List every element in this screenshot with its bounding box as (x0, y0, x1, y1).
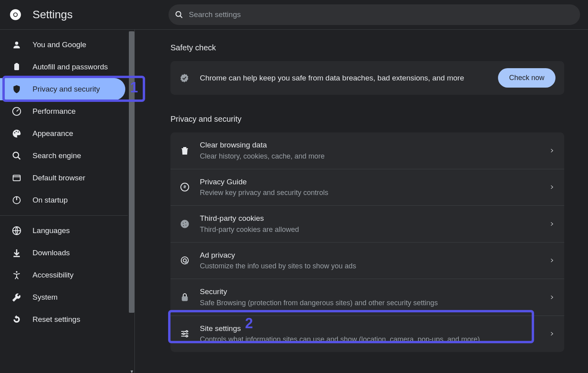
scrollbar-thumb[interactable] (129, 31, 134, 313)
sidebar-item-label: Default browser (33, 174, 85, 182)
row-texts: Third-party cookies Third-party cookies … (200, 213, 549, 235)
safety-check-card: Chrome can help keep you safe from data … (170, 61, 564, 95)
power-icon (12, 195, 21, 205)
chevron-right-icon (549, 295, 555, 300)
ad-click-icon (180, 256, 190, 265)
sidebar-item-label: Autofill and passwords (33, 63, 108, 71)
page-title: Settings (33, 8, 73, 21)
shield-icon (12, 84, 21, 94)
sidebar-item-you-and-google[interactable]: You and Google (0, 34, 125, 56)
row-subtitle: Clear history, cookies, cache, and more (200, 151, 549, 162)
chrome-logo-icon (10, 9, 21, 21)
row-privacy-guide[interactable]: Privacy Guide Review key privacy and sec… (170, 169, 564, 206)
sidebar-item-label: Reset settings (33, 315, 80, 324)
reset-icon (12, 315, 21, 324)
sidebar-item-label: Downloads (33, 249, 70, 257)
chevron-right-icon (549, 331, 555, 337)
sidebar-scroll[interactable]: You and Google Autofill and passwords Pr… (0, 30, 134, 373)
sidebar-item-on-startup[interactable]: On startup (0, 189, 125, 211)
palette-icon (12, 129, 21, 138)
download-icon (12, 248, 21, 258)
app-header: Settings (0, 0, 588, 30)
chevron-right-icon (549, 258, 555, 263)
sidebar: You and Google Autofill and passwords Pr… (0, 30, 135, 373)
sidebar-item-default-browser[interactable]: Default browser (0, 167, 125, 189)
scrollbar-down-arrow-icon[interactable]: ▼ (130, 369, 134, 373)
search-icon (175, 10, 183, 19)
sidebar-item-label: You and Google (33, 40, 86, 49)
row-texts: Privacy Guide Review key privacy and sec… (200, 176, 549, 199)
chevron-right-icon (549, 184, 555, 190)
main-content: Safety check Chrome can help keep you sa… (135, 30, 588, 373)
privacy-security-card: Clear browsing data Clear history, cooki… (170, 132, 564, 352)
wrench-icon (12, 293, 21, 302)
search-input[interactable] (189, 10, 574, 19)
verified-shield-icon (179, 73, 190, 83)
sidebar-item-label: Appearance (33, 129, 73, 138)
row-title: Ad privacy (200, 250, 549, 261)
cookie-icon (180, 219, 190, 229)
sidebar-item-label: Privacy and security (33, 85, 100, 94)
accessibility-icon (12, 270, 21, 280)
sidebar-item-label: Languages (33, 226, 70, 235)
person-icon (12, 40, 21, 50)
row-ad-privacy[interactable]: Ad privacy Customize the info used by si… (170, 243, 564, 279)
sidebar-item-languages[interactable]: Languages (0, 220, 125, 242)
sidebar-item-autofill[interactable]: Autofill and passwords (0, 56, 125, 78)
sidebar-item-label: Search engine (33, 151, 81, 160)
chevron-right-icon (549, 221, 555, 227)
row-title: Clear browsing data (200, 140, 549, 151)
row-title: Third-party cookies (200, 213, 549, 224)
row-subtitle: Customize the info used by sites to show… (200, 261, 549, 272)
sidebar-item-accessibility[interactable]: Accessibility (0, 264, 125, 286)
safety-check-row: Chrome can help keep you safe from data … (170, 61, 564, 95)
row-subtitle: Safe Browsing (protection from dangerous… (200, 298, 549, 308)
row-third-party-cookies[interactable]: Third-party cookies Third-party cookies … (170, 206, 564, 243)
search-field[interactable] (169, 4, 580, 25)
check-now-button[interactable]: Check now (498, 68, 555, 88)
sidebar-item-reset[interactable]: Reset settings (0, 308, 125, 331)
chevron-right-icon (549, 148, 555, 153)
sidebar-item-system[interactable]: System (0, 286, 125, 308)
sidebar-divider (0, 215, 128, 216)
sidebar-item-search-engine[interactable]: Search engine (0, 145, 125, 167)
sidebar-item-label: Performance (33, 107, 76, 116)
compass-icon (180, 182, 190, 192)
sidebar-item-appearance[interactable]: Appearance (0, 122, 125, 145)
sidebar-item-label: System (33, 293, 57, 302)
row-title: Privacy Guide (200, 176, 549, 188)
sidebar-item-privacy[interactable]: Privacy and security (0, 78, 125, 100)
sidebar-item-label: Accessibility (33, 271, 73, 279)
row-subtitle: Review key privacy and security controls (200, 187, 549, 198)
row-title: Security (200, 286, 549, 298)
row-texts: Ad privacy Customize the info used by si… (200, 250, 549, 272)
row-security[interactable]: Security Safe Browsing (protection from … (170, 279, 564, 316)
row-subtitle: Third-party cookies are allowed (200, 224, 549, 235)
sidebar-item-label: On startup (33, 196, 68, 205)
row-title: Site settings (200, 323, 549, 335)
lock-icon (180, 293, 190, 302)
safety-check-heading: Safety check (170, 43, 564, 52)
search-wrap (169, 4, 588, 25)
row-subtitle: Controls what information sites can use … (200, 334, 549, 345)
row-texts: Clear browsing data Clear history, cooki… (200, 140, 549, 162)
row-site-settings[interactable]: Site settings Controls what information … (170, 316, 564, 352)
privacy-security-heading: Privacy and security (170, 115, 564, 124)
row-clear-browsing-data[interactable]: Clear browsing data Clear history, cooki… (170, 132, 564, 169)
sidebar-item-performance[interactable]: Performance (0, 100, 125, 122)
speed-icon (12, 107, 21, 116)
row-texts: Security Safe Browsing (protection from … (200, 286, 549, 308)
header-left: Settings (0, 8, 169, 21)
row-texts: Site settings Controls what information … (200, 323, 549, 345)
clipboard-icon (12, 62, 21, 72)
trash-icon (180, 146, 190, 155)
globe-icon (12, 226, 21, 235)
search-icon (12, 151, 21, 161)
safety-check-text: Chrome can help keep you safe from data … (200, 74, 488, 82)
sidebar-item-downloads[interactable]: Downloads (0, 242, 125, 264)
window-icon (12, 173, 21, 183)
tune-icon (180, 329, 190, 339)
